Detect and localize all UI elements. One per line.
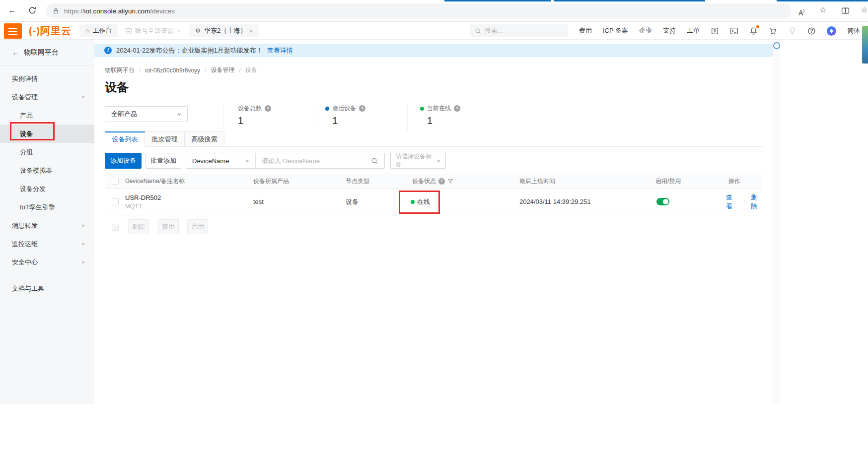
stat-value: 1 [238,115,310,127]
product-filter-select[interactable]: 全部产品 ∨ [105,106,188,122]
select-all-checkbox[interactable] [112,178,119,185]
favorite-star-icon[interactable]: ☆ [819,4,826,15]
tab-device-list[interactable]: 设备列表 [105,131,145,147]
tab-bar: 设备列表 批次管理 高级搜索 [105,131,762,147]
online-dot-icon [411,200,415,204]
terminal-icon[interactable] [730,27,738,35]
browser-back-icon[interactable]: ← [8,5,16,16]
nav-link-icp[interactable]: ICP 备案 [603,26,628,35]
sidebar-item-device-distribution[interactable]: 设备分发 [0,180,94,198]
avatar[interactable] [862,26,868,64]
blue-dot-icon [325,107,329,111]
sidebar-item-message-forwarding[interactable]: 消息转发 ∨ [0,216,94,235]
breadcrumb-item[interactable]: 物联网平台 [105,66,135,74]
help-icon[interactable]: ? [265,105,271,112]
nav-link-billing[interactable]: 费用 [579,26,592,35]
device-last-online: 2024/03/11 14:39:29.251 [519,189,591,215]
notification-dot [756,25,759,28]
url-text: https://iot.console.aliyun.com/devices [64,7,175,15]
nav-link-support[interactable]: 支持 [663,26,676,35]
status-badge: 在线 [417,197,430,206]
cart-icon[interactable] [769,27,777,35]
read-aloud-icon[interactable]: A) [798,5,804,18]
device-tag-select[interactable]: 请选择设备标签 ∨ [390,153,446,169]
collections-star-icon[interactable]: ☆ [861,4,868,15]
sidebar-item-monitoring-ops[interactable]: 监控运维 ∨ [0,235,94,253]
col-last-online: 最后上线时间 [519,174,555,188]
assistant-icon[interactable] [827,26,836,36]
region-selector[interactable]: 华东2（上海） ∨ [189,24,259,37]
stat-value: 1 [332,115,405,127]
filter-funnel-icon[interactable] [447,178,453,184]
col-product: 设备所属产品 [253,174,289,188]
language-switch[interactable]: 简体 [847,26,860,35]
aliyun-logo[interactable]: (-) 阿里云 [29,22,72,40]
search-icon [475,28,481,34]
batch-add-button[interactable]: 批量添加 [145,153,181,169]
device-search-input[interactable] [256,153,384,168]
sidebar-back-header[interactable]: ← 物联网平台 [0,40,94,65]
device-product: test [253,189,264,215]
resource-list-icon [125,27,132,34]
device-protocol: MQTT [125,203,142,210]
announcement-link[interactable]: 查看详情 [267,46,293,55]
main-content: i 2024-01-22发布公告：企业版实例1月新功能发布！ 查看详情 物联网平… [94,40,773,404]
chevron-down-icon: ∨ [436,158,440,163]
breadcrumb-item-current: 设备 [245,66,257,74]
divider [744,199,744,205]
sidebar-item-iot-twin-engine[interactable]: IoT孪生引擎 [0,198,94,216]
tab-batch-management[interactable]: 批次管理 [145,131,185,147]
row-checkbox[interactable] [112,198,119,205]
search-field-select[interactable]: DeviceName ∨ [186,153,256,168]
enable-toggle[interactable] [656,198,669,205]
breadcrumb-item[interactable]: 设备管理 [211,66,234,74]
sidebar-menu: 实例详情 设备管理 ∧ 产品 设备 分组 设备模拟器 设备分发 IoT孪生引擎 … [0,65,94,298]
view-link[interactable]: 查看 [726,193,737,211]
page-title: 设备 [105,79,129,95]
chevron-up-icon: ∧ [81,95,85,99]
device-node-type: 设备 [346,189,359,215]
sidebar-item-devices[interactable]: 设备 [0,125,94,143]
lightbulb-icon[interactable] [788,27,796,35]
device-name[interactable]: USR-DR502 [125,194,161,201]
tab-advanced-search[interactable]: 高级搜索 [185,131,224,147]
stat-value: 1 [427,115,500,127]
col-node-type: 节点类型 [346,174,369,188]
sidebar-item-device-simulator[interactable]: 设备模拟器 [0,161,94,180]
sidebar-item-security-center[interactable]: 安全中心 ∨ [0,253,94,271]
help-icon[interactable]: ? [438,178,445,185]
green-dot-icon [420,107,424,111]
sidebar-item-products[interactable]: 产品 [0,106,94,125]
browser-refresh-icon[interactable] [28,6,37,15]
address-bar[interactable]: https://iot.console.aliyun.com/devices [46,3,792,18]
help-icon[interactable]: ? [359,105,365,112]
split-screen-icon[interactable] [841,6,850,15]
sidebar-item-device-management[interactable]: 设备管理 ∧ [0,88,94,106]
scrollbar-thumb[interactable] [773,42,780,49]
stat-online-devices: 当前在线 ? 1 [407,104,500,130]
col-device-name: DeviceName/备注名称 [125,174,185,188]
account-resources-dropdown[interactable]: 账号全部资源 ∨ [125,24,180,37]
chevron-down-icon: ∨ [249,29,253,33]
workbench-button[interactable]: ⌂ 工作台 [79,24,118,37]
sidebar-item-groups[interactable]: 分组 [0,143,94,161]
table-row: USR-DR502 MQTT test 设备 在线 2024/03/11 14:… [105,189,762,215]
api-icon[interactable] [711,27,719,35]
batch-delete-button: 删除 [128,219,149,234]
sidebar-item-docs-tools[interactable]: 文档与工具 [0,279,94,298]
sidebar-item-instance-detail[interactable]: 实例详情 [0,69,94,88]
notification-bell-icon[interactable] [749,27,758,35]
scrollbar[interactable] [773,40,781,404]
nav-link-enterprise[interactable]: 企业 [639,26,652,35]
delete-link[interactable]: 删除 [751,193,762,211]
sidebar: ← 物联网平台 实例详情 设备管理 ∧ 产品 设备 分组 设备模拟器 设备分发 … [0,40,94,404]
hamburger-menu-icon[interactable] [4,23,22,39]
nav-link-ticket[interactable]: 工单 [687,26,700,35]
chevron-down-icon: ∨ [81,260,85,264]
help-icon[interactable]: ? [454,105,460,112]
search-icon[interactable] [371,157,378,165]
global-search-input[interactable]: 搜索... [470,24,568,37]
help-circle-icon[interactable] [807,27,816,35]
breadcrumb-item[interactable]: iot-06z00c0h9r6voyy [145,67,200,74]
add-device-button[interactable]: 添加设备 [105,153,142,169]
